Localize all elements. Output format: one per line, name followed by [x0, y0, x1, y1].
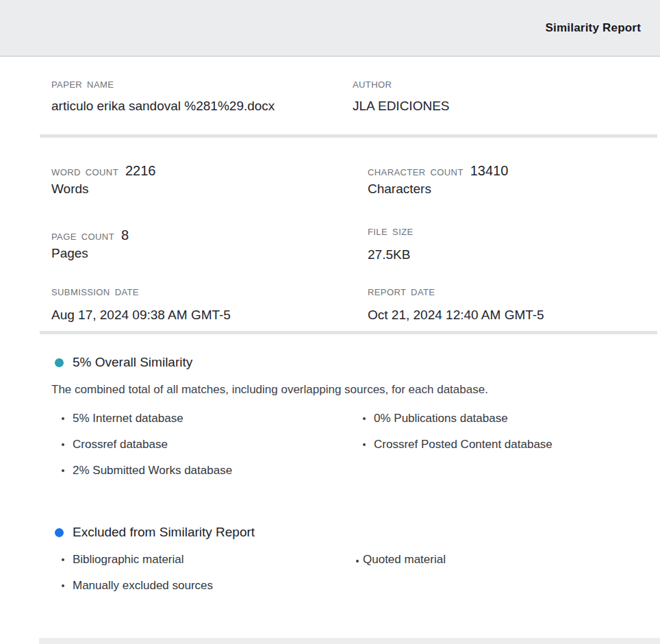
paper-name-label: PAPER NAME — [51, 79, 353, 90]
page-count-value: 8 — [121, 227, 129, 243]
divider — [40, 331, 657, 334]
submission-date-block: SUBMISSION DATE Aug 17, 2024 09:38 AM GM… — [51, 287, 368, 323]
paper-info-row: PAPER NAME articulo erika sandoval %281%… — [51, 79, 641, 114]
excluded-item-label: Bibliographic material — [73, 552, 184, 567]
database-item-label: 2% Submitted Works database — [73, 463, 232, 478]
list-item: 5% Internet database — [51, 411, 353, 426]
submission-date-label: SUBMISSION DATE — [51, 287, 368, 298]
file-size-label: FILE SIZE — [368, 227, 414, 238]
word-count-value: 2216 — [125, 162, 156, 179]
horizontal-scrollbar-track[interactable] — [39, 638, 660, 644]
submission-date-value: Aug 17, 2024 09:38 AM GMT-5 — [51, 308, 368, 323]
page-count-unit: Pages — [51, 246, 368, 261]
header-bar: Similarity Report — [0, 0, 660, 57]
bullet-icon — [62, 558, 64, 561]
bullet-icon — [62, 584, 64, 587]
author-block: AUTHOR JLA EDICIONES — [353, 79, 641, 114]
similarity-description: The combined total of all matches, inclu… — [51, 382, 641, 397]
list-item: 0% Publications database — [353, 411, 641, 426]
word-count-label: WORD COUNT — [51, 167, 118, 178]
list-item: 2% Submitted Works database — [51, 463, 353, 478]
database-list-right: 0% Publications database Crossref Posted… — [353, 411, 641, 489]
character-count-block: CHARACTER COUNT 13410 Characters — [368, 162, 641, 197]
page-title: Similarity Report — [546, 21, 641, 35]
character-count-unit: Characters — [368, 182, 641, 197]
bullet-icon — [62, 417, 64, 420]
excluded-item-label: Quoted material — [363, 552, 446, 567]
similarity-dot-icon — [55, 358, 64, 367]
list-item: Bibliographic material — [51, 552, 353, 567]
bullet-icon — [62, 443, 64, 446]
database-item-label: Crossref Posted Content database — [374, 437, 553, 452]
paper-name-block: PAPER NAME articulo erika sandoval %281%… — [51, 79, 353, 114]
excluded-lists: Bibliographic material Manually excluded… — [51, 552, 641, 604]
overall-similarity-section: 5% Overall Similarity The combined total… — [51, 354, 641, 489]
divider — [40, 134, 657, 138]
file-size-value: 27.5KB — [368, 247, 641, 262]
list-item: Crossref database — [51, 437, 353, 452]
excluded-list-left: Bibliographic material Manually excluded… — [51, 552, 353, 604]
excluded-heading: Excluded from Similarity Report — [73, 523, 255, 541]
page-count-label: PAGE COUNT — [51, 232, 114, 243]
database-item-label: 5% Internet database — [73, 411, 183, 426]
excluded-item-label: Manually excluded sources — [73, 578, 213, 593]
report-date-block: REPORT DATE Oct 21, 2024 12:40 AM GMT-5 — [368, 287, 641, 323]
database-list-left: 5% Internet database Crossref database 2… — [51, 411, 353, 489]
counts-row: WORD COUNT 2216 Words CHARACTER COUNT 13… — [51, 162, 641, 197]
author-label: AUTHOR — [353, 79, 641, 90]
list-item: Manually excluded sources — [51, 578, 353, 593]
bullet-icon — [363, 443, 366, 446]
bullet-icon — [363, 417, 366, 420]
paper-name-value: articulo erika sandoval %281%29.docx — [51, 99, 353, 114]
report-date-value: Oct 21, 2024 12:40 AM GMT-5 — [368, 308, 641, 323]
overall-similarity-heading: 5% Overall Similarity — [73, 354, 192, 371]
bullet-icon — [62, 469, 64, 472]
character-count-value: 13410 — [470, 162, 509, 179]
database-item-label: 0% Publications database — [374, 411, 508, 426]
bullet-icon — [356, 560, 359, 562]
dates-row: SUBMISSION DATE Aug 17, 2024 09:38 AM GM… — [51, 287, 641, 323]
report-content: PAPER NAME articulo erika sandoval %281%… — [0, 57, 660, 604]
word-count-block: WORD COUNT 2216 Words — [51, 162, 368, 197]
excluded-dot-icon — [55, 528, 64, 537]
excluded-section: Excluded from Similarity Report Bibliogr… — [51, 523, 641, 604]
overall-similarity-heading-row: 5% Overall Similarity — [51, 354, 641, 371]
file-size-block: FILE SIZE 27.5KB — [368, 227, 641, 262]
page-count-block: PAGE COUNT 8 Pages — [51, 227, 368, 262]
list-item: Quoted material — [353, 552, 641, 567]
author-value: JLA EDICIONES — [353, 99, 641, 114]
list-item: Crossref Posted Content database — [353, 437, 641, 452]
character-count-label: CHARACTER COUNT — [368, 167, 464, 178]
page-filesize-row: PAGE COUNT 8 Pages FILE SIZE 27.5KB — [51, 227, 641, 262]
database-item-label: Crossref database — [73, 437, 168, 452]
excluded-heading-row: Excluded from Similarity Report — [51, 523, 641, 541]
database-lists: 5% Internet database Crossref database 2… — [51, 411, 641, 489]
word-count-unit: Words — [51, 182, 368, 197]
report-date-label: REPORT DATE — [368, 287, 641, 298]
excluded-list-right: Quoted material — [353, 552, 641, 604]
